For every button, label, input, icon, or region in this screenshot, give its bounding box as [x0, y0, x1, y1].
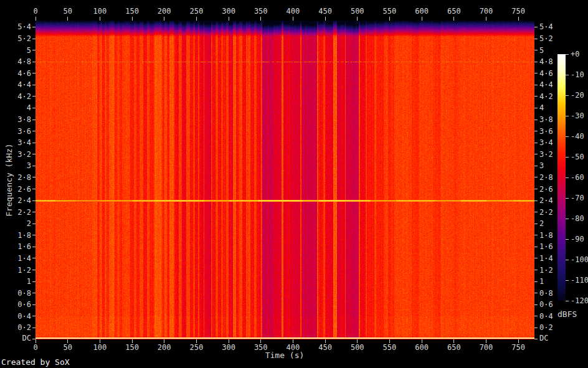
freq-tick-mark: [534, 258, 538, 258]
freq-tick-label: 4: [539, 104, 544, 112]
db-tick-mark: [566, 75, 569, 75]
freq-tick-mark: [534, 166, 538, 166]
freq-tick-label: 4·4: [539, 81, 553, 89]
freq-tick-mark: [534, 189, 538, 189]
freq-tick-label: 2·6: [539, 186, 553, 194]
time-tick-label: 100: [93, 344, 107, 352]
freq-tick-label: 1·8: [0, 232, 31, 240]
time-tick-mark: [422, 17, 422, 21]
freq-tick-mark: [32, 39, 36, 39]
freq-tick-mark: [32, 235, 36, 235]
time-tick-mark: [389, 17, 390, 21]
freq-tick-label: 1·4: [539, 255, 553, 263]
db-tick-label: -80: [571, 215, 584, 223]
freq-tick-mark: [32, 316, 36, 316]
db-tick-mark: [566, 280, 569, 281]
freq-tick-label: 0·6: [539, 301, 553, 309]
freq-tick-mark: [534, 108, 538, 108]
freq-tick-label: 5: [539, 47, 544, 55]
freq-tick-mark: [32, 339, 36, 339]
freq-tick-label: 3·6: [539, 128, 553, 136]
time-tick-label: 750: [511, 7, 525, 16]
freq-tick-mark: [32, 189, 36, 189]
time-tick-label: 100: [93, 7, 107, 16]
freq-tick-mark: [534, 73, 538, 73]
db-tick-label: -40: [571, 133, 584, 141]
freq-tick-mark: [534, 27, 538, 27]
db-tick-mark: [566, 95, 569, 96]
freq-tick-mark: [534, 50, 538, 50]
time-tick-mark: [132, 17, 133, 21]
freq-tick-label: 3·2: [539, 151, 553, 159]
freq-tick-mark: [32, 62, 36, 62]
freq-tick-label: 5·2: [539, 35, 553, 43]
freq-tick-label: 3·6: [0, 128, 31, 136]
freq-tick-label: 2·8: [539, 174, 553, 182]
freq-tick-mark: [32, 304, 36, 305]
time-tick-label: 150: [125, 7, 139, 16]
freq-tick-label: DC: [539, 334, 548, 342]
freq-tick-mark: [32, 85, 36, 85]
freq-tick-mark: [32, 224, 36, 224]
freq-tick-mark: [32, 108, 36, 108]
credit-text: Created by SoX: [1, 357, 70, 367]
freq-tick-label: 1·6: [0, 243, 31, 251]
time-tick-label: 500: [351, 7, 364, 16]
freq-tick-label: 1·2: [539, 267, 553, 275]
freq-tick-mark: [32, 201, 36, 201]
db-tick-mark: [566, 157, 569, 158]
colorbar-unit-label: dBFS: [557, 309, 577, 319]
freq-tick-label: 1·4: [0, 255, 31, 263]
time-tick-label: 350: [254, 7, 268, 16]
freq-tick-mark: [534, 154, 538, 154]
freq-tick-mark: [534, 270, 538, 270]
db-tick-label: -90: [571, 235, 584, 243]
freq-tick-mark: [32, 212, 36, 212]
db-tick-mark: [566, 301, 569, 301]
db-tick-label: -30: [571, 112, 584, 120]
freq-tick-mark: [534, 201, 538, 201]
freq-tick-label: 4·8: [539, 58, 553, 66]
freq-tick-label: 5: [0, 47, 31, 55]
db-tick-mark: [566, 239, 569, 240]
freq-tick-label: 2: [0, 220, 31, 228]
freq-tick-mark: [32, 96, 36, 97]
time-tick-mark: [100, 17, 100, 21]
spectrogram-heatmap: [36, 21, 534, 339]
sox-spectrogram-window: 0501001502002503003504004505005506006507…: [0, 0, 588, 368]
freq-tick-label: 3: [539, 162, 544, 170]
freq-tick-label: 4·8: [0, 58, 31, 66]
time-tick-mark: [357, 17, 358, 21]
time-tick-mark: [164, 17, 164, 21]
db-tick-label: -20: [571, 92, 584, 100]
time-tick-label: 600: [415, 7, 429, 16]
freq-tick-label: 1: [539, 278, 544, 286]
freq-tick-label: 3·8: [539, 116, 553, 124]
time-tick-mark: [293, 17, 293, 21]
freq-tick-mark: [534, 177, 538, 177]
time-tick-label: 450: [318, 7, 332, 16]
freq-tick-mark: [534, 235, 538, 235]
y-axis-title: Frequency (kHz): [4, 143, 14, 216]
db-tick-mark: [566, 116, 569, 116]
freq-tick-mark: [32, 177, 36, 177]
time-tick-label: 0: [33, 7, 37, 16]
time-tick-label: 450: [318, 344, 332, 352]
freq-tick-mark: [534, 328, 538, 328]
freq-tick-mark: [534, 316, 538, 316]
time-tick-label: 700: [480, 7, 493, 16]
freq-tick-mark: [534, 62, 538, 62]
freq-tick-mark: [32, 328, 36, 328]
freq-tick-label: DC: [0, 334, 31, 342]
time-tick-label: 300: [222, 344, 235, 352]
time-tick-label: 550: [383, 7, 397, 16]
freq-tick-label: 0·2: [539, 324, 553, 332]
time-tick-mark: [518, 17, 519, 21]
freq-tick-label: 0·8: [0, 290, 31, 298]
freq-tick-label: 2: [539, 220, 544, 228]
freq-tick-mark: [32, 270, 36, 270]
db-tick-label: +0: [571, 50, 579, 59]
freq-tick-label: 0·4: [539, 313, 553, 321]
time-tick-label: 200: [158, 7, 171, 16]
time-tick-label: 550: [383, 344, 397, 352]
